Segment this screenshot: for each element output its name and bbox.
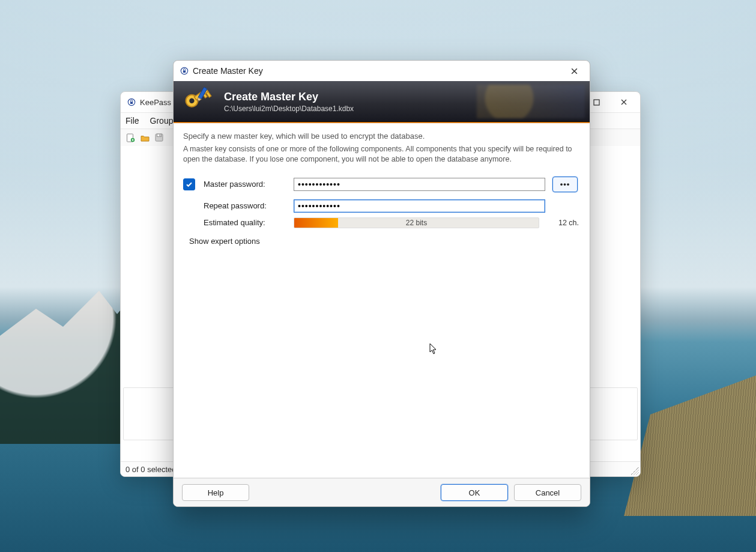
key-pencil-icon (182, 85, 217, 120)
quality-row: Estimated quality: 22 bits 12 ch. (183, 217, 580, 228)
keepass-title: KeePass (140, 98, 171, 107)
ok-button[interactable]: OK (441, 484, 508, 501)
svg-rect-2 (594, 100, 599, 105)
toolbar-new-icon[interactable] (124, 132, 136, 144)
dialog-titlebar[interactable]: Create Master Key (174, 61, 590, 81)
repeat-password-row: Repeat password: (183, 197, 580, 215)
master-password-row: Master password: ••• (183, 175, 580, 193)
wallpaper-decoration (624, 360, 756, 516)
svg-rect-7 (160, 135, 161, 136)
keepass-app-icon (127, 97, 136, 107)
svg-rect-6 (157, 134, 162, 137)
svg-rect-1 (130, 102, 133, 104)
menu-file[interactable]: File (125, 116, 139, 126)
dialog-close-button[interactable] (561, 62, 587, 79)
banner-path: C:\Users\lui2m\Desktop\Database1.kdbx (224, 105, 354, 113)
master-password-input[interactable] (294, 178, 545, 191)
dialog-content: Specify a new master key, which will be … (174, 123, 590, 478)
reveal-password-button[interactable]: ••• (552, 177, 578, 192)
banner-title: Create Master Key (224, 91, 354, 103)
show-expert-label[interactable]: Show expert options (189, 237, 260, 246)
repeat-password-input[interactable] (294, 199, 545, 213)
estimated-quality-label: Estimated quality: (204, 218, 289, 227)
dots-icon: ••• (560, 180, 570, 189)
intro-text-1: Specify a new master key, which will be … (183, 132, 580, 141)
dialog-banner: Create Master Key C:\Users\lui2m\Desktop… (174, 81, 590, 123)
master-password-label: Master password: (204, 180, 289, 189)
master-password-checkbox[interactable] (183, 178, 195, 190)
cancel-button[interactable]: Cancel (514, 484, 581, 501)
intro-text-2: A master key consists of one or more of … (183, 144, 580, 165)
dialog-app-icon (180, 66, 189, 76)
expert-options-row: Show expert options (183, 237, 580, 246)
close-button[interactable] (610, 93, 638, 111)
repeat-password-label: Repeat password: (204, 201, 289, 210)
svg-rect-9 (183, 70, 186, 73)
toolbar-save-icon[interactable] (153, 132, 165, 144)
dialog-title: Create Master Key (193, 66, 263, 76)
statusbar-selection: 0 of 0 selected (125, 465, 177, 474)
dialog-footer: Help OK Cancel (174, 478, 590, 506)
menu-group[interactable]: Group (150, 116, 174, 126)
quality-bits-text: 22 bits (294, 218, 539, 228)
toolbar-open-icon[interactable] (139, 132, 151, 144)
char-count-text: 12 ch. (544, 219, 580, 227)
create-master-key-dialog: Create Master Key (173, 60, 590, 507)
quality-meter: 22 bits (294, 217, 539, 228)
resize-grip-icon[interactable] (631, 467, 639, 475)
desktop-wallpaper: KeePass File Group 0 of 0 (0, 0, 756, 552)
help-button[interactable]: Help (182, 484, 249, 501)
